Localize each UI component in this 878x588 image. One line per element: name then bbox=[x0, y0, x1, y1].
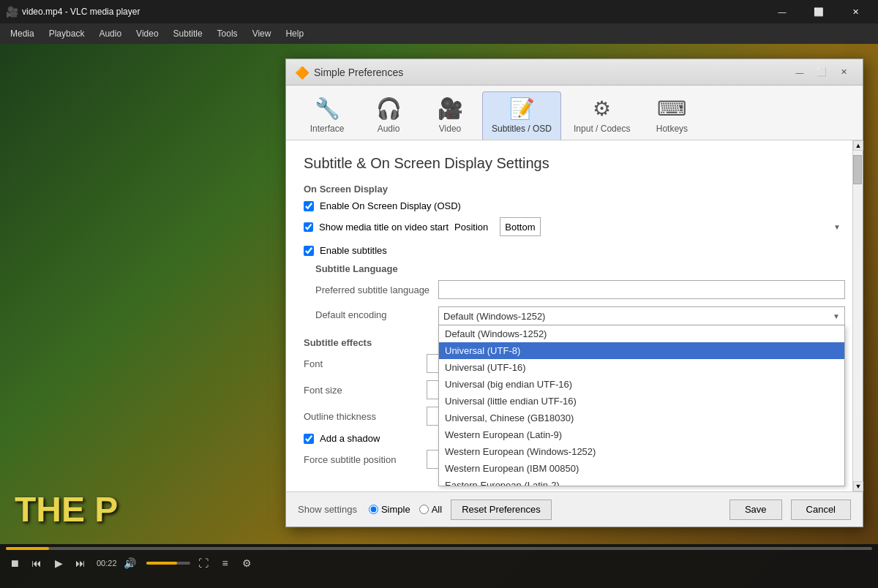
menu-playback[interactable]: Playback bbox=[42, 26, 92, 42]
menu-media[interactable]: Media bbox=[3, 26, 42, 42]
encoding-option-utf16be[interactable]: Universal (big endian UTF-16) bbox=[439, 376, 844, 393]
default-encoding-dropdown[interactable]: Default (Windows-1252) bbox=[438, 306, 845, 325]
enable-osd-row: Enable On Screen Display (OSD) bbox=[304, 200, 845, 211]
dialog-titlebar: 🔶 Simple Preferences — ⬜ ✕ bbox=[286, 59, 863, 86]
scrollbar-thumb[interactable] bbox=[853, 155, 862, 184]
cancel-button[interactable]: Cancel bbox=[791, 500, 851, 520]
tab-input[interactable]: ⚙ Input / Codecs bbox=[564, 91, 639, 140]
video-tab-icon: 🎥 bbox=[438, 97, 463, 121]
vlc-window-controls: — ⬜ ✕ bbox=[765, 0, 872, 23]
preferred-lang-input[interactable] bbox=[438, 280, 845, 299]
dialog-title: Simple Preferences bbox=[314, 67, 403, 78]
menu-view[interactable]: View bbox=[245, 26, 279, 42]
simple-radio[interactable] bbox=[369, 505, 378, 514]
encoding-option-utf8[interactable]: Universal (UTF-8) bbox=[439, 342, 844, 359]
dialog-maximize-button[interactable]: ⬜ bbox=[811, 64, 832, 81]
force-subtitle-label: Force subtitle position bbox=[304, 454, 421, 465]
show-title-checkbox[interactable] bbox=[304, 222, 313, 232]
content-scrollbar[interactable]: ▲ ▼ bbox=[852, 140, 863, 491]
font-label: Font bbox=[304, 358, 421, 369]
vlc-minimize-button[interactable]: — bbox=[765, 0, 799, 23]
scrollbar-down-button[interactable]: ▼ bbox=[853, 481, 863, 491]
position-select[interactable]: Bottom Top Left Right Center bbox=[500, 217, 541, 236]
default-encoding-row: Default encoding Default (Windows-1252) … bbox=[315, 306, 845, 325]
enable-subtitles-row: Enable subtitles bbox=[304, 245, 845, 256]
encoding-dropdown-list: Default (Windows-1252) Universal (UTF-8)… bbox=[438, 325, 845, 486]
menu-tools[interactable]: Tools bbox=[210, 26, 245, 42]
add-shadow-label: Add a shadow bbox=[320, 433, 380, 444]
tab-bar: 🔧 Interface 🎧 Audio 🎥 Video 📝 Subtitles … bbox=[286, 86, 863, 140]
simple-label: Simple bbox=[381, 504, 410, 515]
tab-subtitles-label: Subtitles / OSD bbox=[492, 124, 552, 134]
tab-interface[interactable]: 🔧 Interface bbox=[298, 91, 356, 140]
encoding-option-win1252[interactable]: Western European (Windows-1252) bbox=[439, 443, 844, 460]
dialog-overlay: 🔶 Simple Preferences — ⬜ ✕ 🔧 Interface 🎧… bbox=[0, 44, 878, 588]
subtitles-tab-icon: 📝 bbox=[509, 97, 535, 121]
dialog-app-icon: 🔶 bbox=[295, 66, 308, 79]
dialog-window-controls: — ⬜ ✕ bbox=[789, 64, 854, 81]
tab-audio[interactable]: 🎧 Audio bbox=[359, 91, 418, 140]
encoding-option-latin9[interactable]: Western European (Latin-9) bbox=[439, 426, 844, 443]
tab-interface-label: Interface bbox=[310, 124, 345, 134]
scrollbar-up-button[interactable]: ▲ bbox=[853, 140, 863, 151]
outline-thickness-label: Outline thickness bbox=[304, 411, 421, 422]
all-label: All bbox=[432, 504, 442, 515]
vlc-title: video.mp4 - VLC media player bbox=[22, 7, 140, 17]
show-title-row: Show media title on video start Position… bbox=[304, 217, 845, 236]
save-button[interactable]: Save bbox=[729, 500, 782, 520]
dialog-bottom-bar: Show settings Simple All Reset Preferenc… bbox=[286, 491, 863, 527]
subtitle-language-section: Subtitle Language Preferred subtitle lan… bbox=[315, 263, 845, 325]
vlc-maximize-button[interactable]: ⬜ bbox=[802, 0, 836, 23]
enable-subtitles-checkbox[interactable] bbox=[304, 246, 314, 256]
menu-subtitle[interactable]: Subtitle bbox=[166, 26, 210, 42]
tab-video[interactable]: 🎥 Video bbox=[421, 91, 479, 140]
simple-radio-label[interactable]: Simple bbox=[369, 504, 410, 515]
dialog-content: ▲ ▼ Subtitle & On Screen Display Setting… bbox=[286, 140, 863, 491]
dialog-minimize-button[interactable]: — bbox=[789, 64, 810, 81]
hotkeys-tab-icon: ⌨ bbox=[657, 97, 686, 121]
tab-input-label: Input / Codecs bbox=[574, 124, 630, 134]
encoding-option-gb18030[interactable]: Universal, Chinese (GB18030) bbox=[439, 410, 844, 426]
font-size-label: Font size bbox=[304, 385, 421, 396]
all-radio[interactable] bbox=[419, 505, 429, 514]
encoding-option-utf16[interactable]: Universal (UTF-16) bbox=[439, 359, 844, 376]
menu-help[interactable]: Help bbox=[278, 26, 311, 42]
encoding-option-default[interactable]: Default (Windows-1252) bbox=[439, 325, 844, 342]
tab-hotkeys[interactable]: ⌨ Hotkeys bbox=[642, 91, 701, 140]
vlc-app-icon: 🎥 bbox=[6, 6, 18, 18]
page-title: Subtitle & On Screen Display Settings bbox=[304, 155, 845, 172]
tab-video-label: Video bbox=[439, 124, 461, 134]
osd-section-label: On Screen Display bbox=[304, 184, 845, 195]
show-title-label: Show media title on video start bbox=[319, 222, 449, 233]
encoding-option-ibm00850[interactable]: Western European (IBM 00850) bbox=[439, 460, 844, 477]
audio-tab-icon: 🎧 bbox=[376, 97, 402, 121]
show-settings-label: Show settings bbox=[298, 504, 357, 515]
tab-hotkeys-label: Hotkeys bbox=[656, 124, 688, 134]
all-radio-label[interactable]: All bbox=[419, 504, 442, 515]
encoding-option-latin2[interactable]: Eastern European (Latin-2) bbox=[439, 477, 844, 486]
tab-audio-label: Audio bbox=[378, 124, 400, 134]
preferred-lang-label: Preferred subtitle language bbox=[315, 284, 432, 295]
input-tab-icon: ⚙ bbox=[593, 97, 611, 121]
default-encoding-label: Default encoding bbox=[315, 306, 432, 320]
preferred-lang-row: Preferred subtitle language bbox=[315, 280, 845, 299]
position-label: Position bbox=[454, 222, 488, 233]
encoding-option-utf16le[interactable]: Universal (little endian UTF-16) bbox=[439, 393, 844, 410]
subtitle-language-label: Subtitle Language bbox=[315, 263, 845, 274]
interface-tab-icon: 🔧 bbox=[315, 97, 340, 121]
dialog-close-button[interactable]: ✕ bbox=[833, 64, 854, 81]
enable-osd-checkbox[interactable] bbox=[304, 201, 314, 211]
enable-subtitles-label: Enable subtitles bbox=[320, 245, 387, 256]
add-shadow-checkbox[interactable] bbox=[304, 434, 314, 444]
vlc-titlebar: 🎥 video.mp4 - VLC media player — ⬜ ✕ bbox=[0, 0, 878, 23]
enable-osd-label: Enable On Screen Display (OSD) bbox=[320, 200, 461, 211]
default-encoding-value: Default (Windows-1252) bbox=[443, 311, 545, 322]
menu-audio[interactable]: Audio bbox=[91, 26, 129, 42]
tab-subtitles[interactable]: 📝 Subtitles / OSD bbox=[482, 91, 561, 140]
menu-video[interactable]: Video bbox=[129, 26, 165, 42]
reset-preferences-button[interactable]: Reset Preferences bbox=[451, 500, 552, 520]
vlc-close-button[interactable]: ✕ bbox=[838, 0, 872, 23]
simple-preferences-dialog: 🔶 Simple Preferences — ⬜ ✕ 🔧 Interface 🎧… bbox=[285, 59, 863, 527]
vlc-menubar: Media Playback Audio Video Subtitle Tool… bbox=[0, 23, 878, 44]
